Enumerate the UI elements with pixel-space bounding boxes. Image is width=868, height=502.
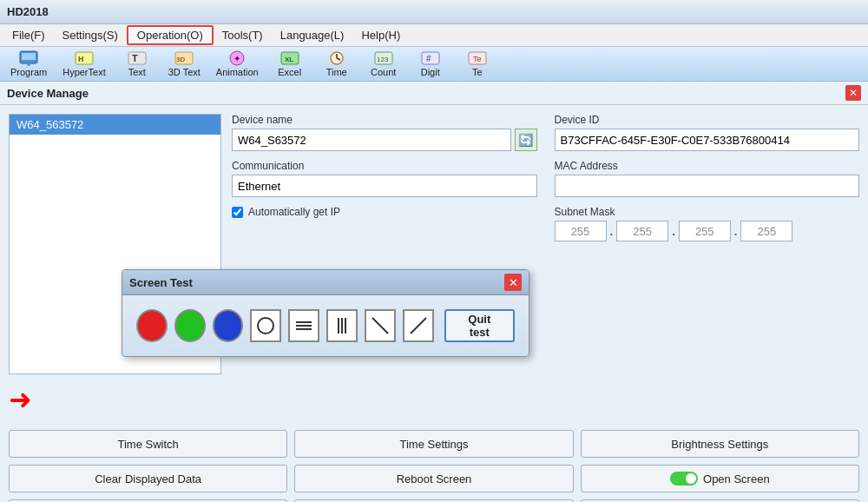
time-settings-button[interactable]: Time Settings [294, 430, 573, 458]
toolbar-te[interactable]: Te Te [455, 49, 500, 79]
subnet-2-input[interactable] [616, 221, 668, 241]
device-name-input[interactable] [232, 129, 511, 151]
toolbar-time[interactable]: Time [314, 49, 359, 79]
menu-settings[interactable]: Settings(S) [54, 27, 127, 43]
subnet-4-input[interactable] [740, 221, 792, 241]
diagonal1-shape-button[interactable] [365, 309, 396, 342]
toolbar-digit[interactable]: # Digit [408, 49, 453, 79]
time-icon [327, 50, 346, 66]
toolbar-program[interactable]: Program [3, 49, 54, 79]
menu-bar: File(F) Settings(S) Operation(O) Tools(T… [0, 24, 868, 47]
excel-icon: XL [280, 50, 299, 66]
device-name-group: Device name 🔄 [232, 114, 537, 151]
subnet-1-input[interactable] [555, 221, 607, 241]
count-icon: 123 [374, 50, 393, 66]
auto-ip-row: Automatically get IP [232, 206, 537, 218]
toolbar-animation[interactable]: ✦ Animation [209, 49, 266, 79]
svg-text:H: H [78, 55, 84, 63]
lines-shape-button[interactable] [288, 309, 319, 342]
bars-shape-button[interactable] [326, 309, 358, 342]
diagonal2-shape-button[interactable] [403, 309, 434, 342]
screen-test-modal: Screen Test ✕ [122, 269, 529, 357]
device-id-input[interactable] [555, 129, 860, 151]
subnet-mask-label: Subnet Mask [555, 206, 860, 218]
circle-shape-button[interactable] [250, 309, 281, 342]
subnet-dot-3: . [734, 225, 738, 238]
te-icon: Te [468, 50, 487, 66]
device-manage-title: Device Manage [7, 87, 89, 100]
app-window: HD2018 File(F) Settings(S) Operation(O) … [0, 0, 868, 502]
hypertext-icon: H [75, 50, 94, 66]
svg-text:#: # [426, 54, 431, 63]
toolbar-text-label: Text [128, 67, 146, 77]
svg-text:Te: Te [473, 55, 482, 63]
clear-data-button[interactable]: Clear Displayed Data [9, 465, 287, 492]
toolbar-excel[interactable]: XL Excel [267, 49, 312, 79]
toolbar-text[interactable]: T Text [115, 49, 160, 79]
brightness-settings-button[interactable]: Brightness Settings [581, 430, 859, 458]
toolbar-program-label: Program [10, 67, 47, 77]
menu-language[interactable]: Language(L) [272, 27, 353, 43]
auto-ip-label: Automatically get IP [248, 206, 340, 218]
svg-point-22 [258, 318, 273, 334]
toolbar: Program H HyperText T Text 3D 3D Text ✦ … [0, 47, 868, 82]
time-switch-button[interactable]: Time Switch [9, 430, 287, 458]
red-arrow-icon: ➜ [9, 383, 32, 416]
svg-text:3D: 3D [176, 56, 185, 63]
toolbar-count-label: Count [371, 67, 396, 77]
svg-rect-1 [22, 53, 36, 60]
toggle-circle [686, 473, 696, 484]
blue-color-button[interactable] [213, 309, 244, 342]
device-id-group: Device ID [555, 114, 860, 151]
toolbar-time-label: Time [326, 67, 347, 77]
subnet-dot-2: . [672, 225, 675, 238]
device-manage-close-button[interactable]: ✕ [845, 85, 861, 101]
svg-line-30 [411, 318, 426, 334]
subnet-3-input[interactable] [679, 221, 731, 241]
3dtext-icon: 3D [174, 50, 194, 66]
communication-input[interactable] [232, 175, 537, 197]
open-screen-label: Open Screen [703, 472, 770, 485]
device-list-item[interactable]: W64_563572 [10, 115, 220, 135]
modal-title: Screen Test [129, 276, 193, 289]
toolbar-hypertext-label: HyperText [62, 67, 106, 77]
communication-label: Communication [232, 160, 537, 172]
svg-text:✦: ✦ [233, 54, 240, 63]
open-screen-toggle[interactable] [670, 472, 698, 485]
menu-help[interactable]: Help(H) [352, 27, 409, 43]
modal-close-button[interactable]: ✕ [504, 274, 522, 291]
device-name-label: Device name [232, 114, 537, 126]
toolbar-excel-label: Excel [278, 67, 301, 77]
device-name-input-row: 🔄 [232, 129, 537, 151]
toolbar-count[interactable]: 123 Count [361, 49, 406, 79]
device-id-label: Device ID [555, 114, 860, 126]
form-right-col: Device ID MAC Address Subnet Mask . [555, 114, 860, 374]
svg-text:123: 123 [377, 56, 389, 63]
device-name-refresh-button[interactable]: 🔄 [515, 129, 537, 151]
menu-file[interactable]: File(F) [3, 27, 54, 43]
toolbar-3dtext[interactable]: 3D 3D Text [161, 49, 207, 79]
title-bar-text: HD2018 [7, 5, 49, 18]
mac-address-input[interactable] [555, 175, 860, 197]
open-screen-button[interactable]: Open Screen [581, 465, 859, 492]
digit-icon: # [421, 50, 440, 66]
modal-title-bar: Screen Test ✕ [122, 270, 529, 295]
svg-line-29 [372, 318, 388, 334]
reboot-screen-button[interactable]: Reboot Screen [294, 465, 573, 492]
communication-group: Communication [232, 160, 537, 197]
program-icon [19, 50, 38, 66]
toolbar-3dtext-label: 3D Text [168, 67, 201, 77]
menu-tools[interactable]: Tools(T) [214, 27, 272, 43]
svg-text:XL: XL [285, 56, 293, 63]
toolbar-te-label: Te [472, 67, 483, 77]
toolbar-hypertext[interactable]: H HyperText [56, 49, 113, 79]
quit-test-button[interactable]: Quit test [444, 309, 515, 342]
auto-ip-checkbox[interactable] [232, 207, 243, 218]
red-color-button[interactable] [136, 309, 168, 342]
subnet-row: . . . [555, 221, 860, 241]
toolbar-digit-label: Digit [421, 67, 440, 77]
animation-icon: ✦ [227, 50, 247, 66]
menu-operation[interactable]: Operation(O) [127, 25, 214, 45]
green-color-button[interactable] [174, 309, 206, 342]
svg-text:T: T [132, 53, 138, 63]
